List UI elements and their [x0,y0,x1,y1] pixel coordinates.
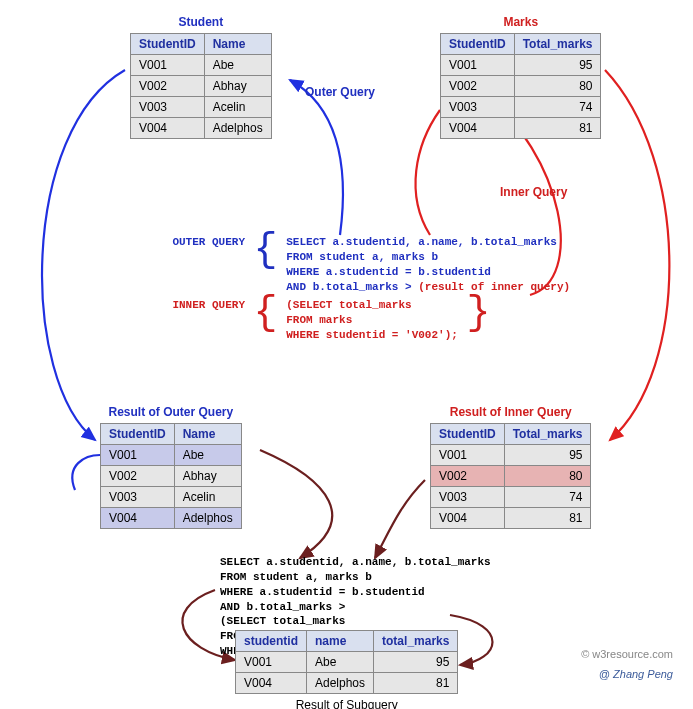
table-row: V00195 [431,445,591,466]
student-title: Student [130,15,272,29]
table-row: V00280 [441,76,601,97]
final-result-table: studentidnametotal_marks V001Abe95 V004A… [235,630,458,694]
outer-result-title: Result of Outer Query [100,405,242,419]
inner-result-block: Result of Inner Query StudentIDTotal_mar… [430,405,591,529]
table-row: V001Abe95 [236,652,458,673]
th-name: Name [204,34,271,55]
outer-query-label: OUTER QUERY [140,235,245,250]
outer-result-table: StudentIDName V001Abe V002Abhay V003Acel… [100,423,242,529]
table-row: V003Acelin [101,487,242,508]
table-row: V002Abhay [131,76,272,97]
table-row: V00195 [441,55,601,76]
brace-icon: } [466,298,490,330]
outer-query-text: SELECT a.studentid, a.name, b.total_mark… [286,235,570,294]
table-row: V002Abhay [101,466,242,487]
table-row: V001Abe [131,55,272,76]
student-table: StudentIDName V001Abe V002Abhay V003Acel… [130,33,272,139]
brace-icon: { [254,298,278,330]
table-row: V001Abe [101,445,242,466]
th-studentid: StudentID [131,34,205,55]
brace-icon: { [254,235,278,267]
marks-table: StudentIDTotal_marks V00195 V00280 V0037… [440,33,601,139]
outer-result-block: Result of Outer Query StudentIDName V001… [100,405,242,529]
table-row: V003Acelin [131,97,272,118]
marks-table-block: Marks StudentIDTotal_marks V00195 V00280… [440,15,601,139]
student-table-block: Student StudentIDName V001Abe V002Abhay … [130,15,272,139]
credit-author: @ Zhang Peng [599,668,673,680]
credit-w3resource: © w3resource.com [581,648,673,660]
table-row: V004Adelphos [131,118,272,139]
table-row: V00280 [431,466,591,487]
inner-query-text: (SELECT total_marks FROM marks WHERE stu… [286,298,458,343]
table-row: V00374 [431,487,591,508]
inner-result-title: Result of Inner Query [430,405,591,419]
final-result-block: studentidnametotal_marks V001Abe95 V004A… [235,630,458,709]
table-row: V00374 [441,97,601,118]
main-query-block: OUTER QUERY { SELECT a.studentid, a.name… [140,235,580,343]
inner-query-label: INNER QUERY [140,298,245,313]
outer-query-curve-label: Outer Query [305,85,375,99]
table-row: V004Adelphos81 [236,673,458,694]
table-row: V00481 [441,118,601,139]
table-row: V00481 [431,508,591,529]
inner-query-curve-label: Inner Query [500,185,567,199]
marks-title: Marks [440,15,601,29]
diagram-root: Student StudentIDName V001Abe V002Abhay … [10,10,683,700]
table-row: V004Adelphos [101,508,242,529]
inner-result-table: StudentIDTotal_marks V00195 V00280 V0037… [430,423,591,529]
final-result-title: Result of Subquery [235,698,458,709]
